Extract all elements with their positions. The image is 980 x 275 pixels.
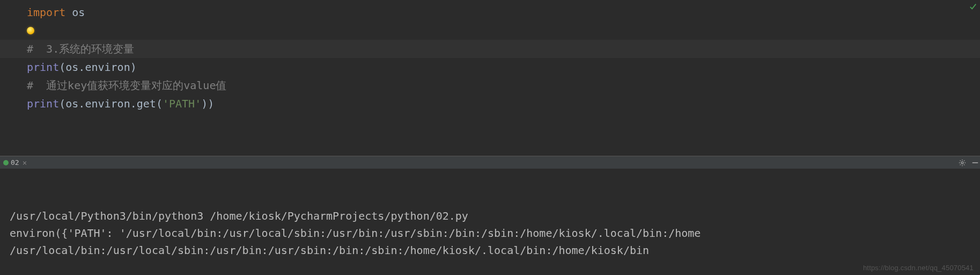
code-token: ): [208, 97, 214, 110]
intention-bulb-icon[interactable]: [27, 27, 34, 34]
code-token: (: [156, 97, 163, 110]
code-token: os: [65, 61, 78, 74]
svg-line-7: [960, 164, 961, 165]
code-token: environ: [85, 61, 130, 74]
code-line[interactable]: [0, 21, 980, 40]
run-status-dot-icon: [3, 160, 9, 165]
svg-line-6: [964, 164, 964, 165]
code-line[interactable]: print(os.environ): [0, 58, 980, 76]
code-token: os: [72, 6, 85, 19]
code-token: (: [59, 61, 65, 74]
code-token: ): [201, 97, 208, 110]
code-token: .: [130, 97, 137, 110]
code-token: print: [27, 97, 59, 110]
settings-gear-icon[interactable]: [957, 158, 967, 168]
code-line[interactable]: # 通过key值获环境变量对应的value值: [0, 76, 980, 95]
svg-line-8: [964, 160, 964, 161]
run-console[interactable]: /usr/local/Python3/bin/python3 /home/kio…: [0, 169, 980, 275]
code-token: environ: [85, 97, 130, 110]
code-token: os: [65, 97, 78, 110]
code-token: print: [27, 61, 59, 74]
code-token: .: [78, 61, 85, 74]
code-token: .: [78, 97, 85, 110]
svg-point-0: [961, 162, 963, 164]
watermark-text: https://blog.csdn.net/qq_45070541: [863, 264, 974, 272]
svg-line-5: [960, 160, 961, 161]
run-tab-label[interactable]: 02: [11, 158, 19, 167]
code-token: # 3.系统的环境变量: [27, 42, 134, 55]
code-token: ): [130, 61, 137, 74]
code-line[interactable]: import os: [0, 3, 980, 21]
minimize-icon[interactable]: [970, 158, 980, 168]
close-tab-icon[interactable]: ×: [23, 158, 27, 167]
code-line[interactable]: # 3.系统的环境变量: [0, 40, 980, 58]
run-tool-window-header: 02 ×: [0, 156, 980, 169]
console-line: /usr/local/bin:/usr/local/sbin:/usr/bin:…: [10, 242, 980, 259]
code-token: # 通过key值获环境变量对应的value值: [27, 79, 226, 92]
code-editor[interactable]: import os # 3.系统的环境变量print(os.environ)# …: [0, 0, 980, 156]
console-line: /usr/local/Python3/bin/python3 /home/kio…: [10, 207, 980, 225]
inspection-ok-icon: [969, 1, 977, 9]
code-token: get: [137, 97, 156, 110]
code-token: import: [27, 6, 72, 19]
code-token: 'PATH': [163, 97, 201, 110]
console-line: environ({'PATH': '/usr/local/bin:/usr/lo…: [10, 225, 980, 242]
code-line[interactable]: print(os.environ.get('PATH')): [0, 95, 980, 113]
code-token: (: [59, 97, 65, 110]
